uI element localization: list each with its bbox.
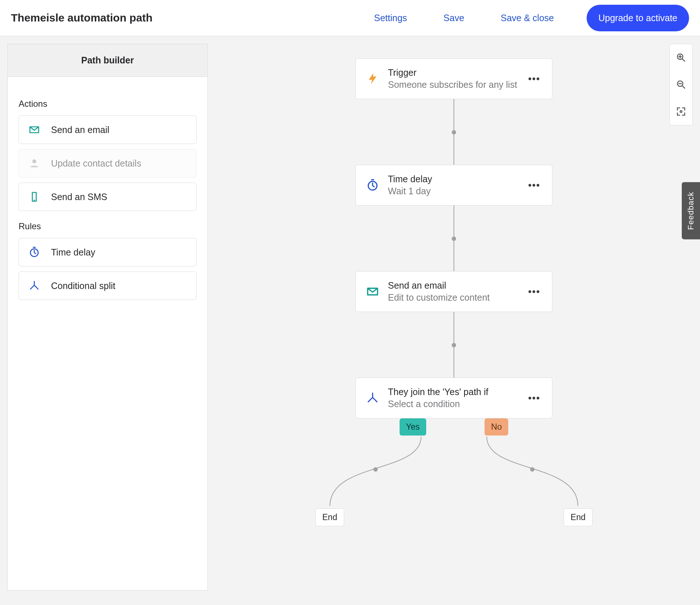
rule-conditional-split[interactable]: Conditional split [19,272,197,300]
node-title: Time delay [388,174,518,184]
node-subtitle: Someone subscribes for any list [388,79,518,90]
zoom-panel [669,44,693,125]
more-icon[interactable]: ••• [527,290,542,293]
rule-label: Conditional split [51,281,116,291]
action-label: Send an email [51,125,109,135]
action-update-contact: Update contact details [19,149,197,177]
branch-yes-end[interactable]: End [315,508,344,526]
more-icon[interactable]: ••• [527,397,542,399]
sidebar-title: Path builder [8,44,207,77]
node-subtitle: Select a condition [388,399,518,409]
rules-group-label: Rules [19,221,197,231]
node-subtitle: Wait 1 day [388,186,518,196]
page-title: Themeisle automation path [11,12,152,24]
rule-label: Time delay [51,247,95,258]
branch-yes-badge[interactable]: Yes [400,418,427,436]
upgrade-button[interactable]: Upgrade to activate [587,5,689,31]
bolt-icon [366,72,379,85]
rule-time-delay[interactable]: Time delay [19,238,197,266]
fit-view-button[interactable] [670,98,692,125]
stopwatch-icon [366,179,379,192]
action-send-email[interactable]: Send an email [19,116,197,144]
node-title: They join the 'Yes' path if [388,387,518,397]
svg-point-0 [373,467,378,472]
branch-no-badge[interactable]: No [485,418,508,436]
split-icon [366,391,379,405]
action-label: Update contact details [51,158,141,169]
feedback-tab[interactable]: Feedback [682,182,700,239]
workspace: Path builder Actions Send an email Updat… [0,36,700,605]
path-builder-sidebar: Path builder Actions Send an email Updat… [7,44,208,590]
mail-icon [28,124,40,136]
more-icon[interactable]: ••• [527,77,542,80]
node-conditional-split[interactable]: They join the 'Yes' path if Select a con… [355,378,552,418]
node-subtitle: Edit to customize content [388,292,518,303]
more-icon[interactable]: ••• [527,184,542,187]
save-close-link[interactable]: Save & close [491,9,563,27]
node-send-email[interactable]: Send an email Edit to customize content … [355,271,552,312]
svg-point-1 [530,467,534,472]
smartphone-icon [28,191,40,203]
node-time-delay[interactable]: Time delay Wait 1 day ••• [355,165,552,206]
split-branches: Yes No End End [315,418,592,526]
save-link[interactable]: Save [434,9,473,27]
zoom-in-button[interactable] [670,44,692,71]
stopwatch-icon [28,246,40,258]
action-label: Send an SMS [51,192,107,202]
node-title: Send an email [388,280,518,291]
mail-icon [366,285,379,298]
node-trigger[interactable]: Trigger Someone subscribes for any list … [355,58,552,99]
flow-canvas[interactable]: Trigger Someone subscribes for any list … [208,36,700,548]
settings-link[interactable]: Settings [365,9,416,27]
split-icon [28,280,40,292]
branch-no-end[interactable]: End [564,508,592,526]
header: Themeisle automation path Settings Save … [0,0,700,36]
person-icon [28,157,40,169]
node-title: Trigger [388,67,518,78]
actions-group-label: Actions [19,99,197,109]
action-send-sms[interactable]: Send an SMS [19,183,197,211]
zoom-out-button[interactable] [670,71,692,98]
